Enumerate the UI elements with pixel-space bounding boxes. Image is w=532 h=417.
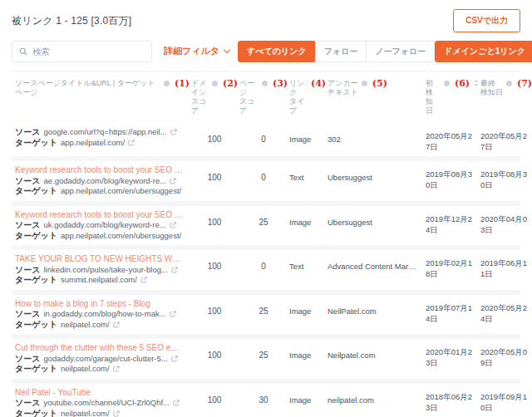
col-label: ドメイン スコア	[191, 79, 209, 115]
table-row: Neil Patel - YouTube ソース youtube.com/cha…	[12, 384, 520, 417]
source-page-title-link[interactable]: How to make a blog in 7 steps - Blog	[15, 299, 183, 310]
annotation-7: (7)	[517, 79, 532, 88]
target-url-link[interactable]: summit.neilpatel.com/	[61, 275, 137, 286]
domain-score-cell: 100	[191, 343, 238, 375]
source-page-title-link[interactable]: TAKE YOUR BLOG TO NEW HEIGHTS WITH THESE…	[15, 254, 183, 265]
page-score-cell: 0	[239, 127, 288, 152]
col-header-domain-score: ドメイン スコア (2)	[191, 79, 238, 115]
source-target-cell: TAKE YOUR BLOG TO NEW HEIGHTS WITH THESE…	[15, 254, 190, 286]
source-url-link[interactable]: godaddy.com/garage/cut-clutter-5...	[43, 354, 167, 365]
external-link-icon[interactable]	[140, 277, 147, 283]
col-label: 最終 検知日	[480, 79, 503, 97]
source-page-title-link[interactable]: Cut through the clutter with these 5 SEO…	[15, 343, 183, 354]
link-type-cell: Image	[289, 299, 326, 331]
source-url-link[interactable]: linkedin.com/pulse/take-your-blog...	[43, 265, 167, 276]
target-url-link[interactable]: neilpatel.com/	[61, 320, 110, 331]
first-detected-cell: 2020年01月23日	[426, 343, 479, 375]
target-label: ターゲット	[15, 364, 57, 375]
source-url-link[interactable]: youtube.com/channel/UCl-Zrl0Qhf...	[43, 398, 170, 409]
source-url-link[interactable]: uk.godaddy.com/blog/keyword-re...	[43, 220, 165, 231]
annotation-6: (6)	[455, 79, 470, 88]
external-link-icon[interactable]	[171, 267, 178, 273]
info-icon[interactable]	[212, 81, 218, 86]
source-target-cell: Keyword research tools to boost your SEO…	[15, 165, 190, 197]
filter-follow-button[interactable]: フォロー	[315, 41, 367, 62]
domain-score-cell: 100	[191, 127, 238, 152]
source-line: ソース google.com/url?q=https://app.neil...	[15, 127, 183, 138]
table-row: How to make a blog in 7 steps - Blog ソース…	[12, 295, 520, 340]
info-icon[interactable]	[444, 81, 450, 86]
anchor-text-cell: Neilpatel.com	[328, 343, 424, 375]
source-label: ソース	[15, 265, 40, 276]
anchor-text-cell: Advanced Content Marketing S...	[328, 254, 424, 286]
source-line: ソース linkedin.com/pulse/take-your-blog...…	[15, 265, 183, 276]
col-header-first-detected: 初 検知日 (6)	[426, 79, 479, 115]
link-type-cell: Text	[289, 165, 326, 197]
target-line: ターゲット neilpatel.com/	[15, 320, 183, 331]
external-link-icon[interactable]	[170, 311, 176, 317]
target-url-link[interactable]: app.neilpatel.com/en/ubersuggest/	[61, 186, 181, 197]
external-link-icon[interactable]	[170, 222, 176, 228]
info-icon[interactable]	[506, 81, 512, 86]
info-icon[interactable]	[262, 81, 268, 86]
last-detected-cell: 2020年05月24日	[480, 299, 532, 331]
source-line: ソース ae.godaddy.com/blog/keyword-re... NF	[15, 176, 183, 187]
info-icon[interactable]	[362, 81, 367, 86]
link-type-cell: Text	[289, 254, 326, 286]
target-label: ターゲット	[15, 186, 57, 197]
external-link-icon[interactable]	[170, 178, 176, 184]
domain-score-cell: 100	[191, 388, 238, 417]
first-detected-cell: 2019年07月14日	[426, 299, 479, 331]
first-detected-cell: 2019年08月30日	[426, 165, 479, 197]
external-link-icon[interactable]	[171, 356, 178, 362]
annotation-2: (2)	[223, 79, 238, 88]
search-input[interactable]	[32, 47, 145, 56]
source-target-cell: Cut through the clutter with these 5 SEO…	[15, 343, 190, 375]
filter-nofollow-button[interactable]: ノーフォロー	[366, 41, 435, 62]
page-score-cell: 0	[239, 165, 288, 197]
one-link-per-domain-button[interactable]: ドメインごと1リンク	[435, 41, 532, 62]
page-score-cell: 25	[239, 299, 288, 331]
source-page-title-link[interactable]: Keyword research tools to boost your SEO…	[15, 165, 183, 176]
source-label: ソース	[15, 309, 40, 320]
source-url-link[interactable]: in.godaddy.com/blog/how-to-mak...	[43, 309, 165, 320]
source-url-link[interactable]: ae.godaddy.com/blog/keyword-re...	[43, 176, 166, 187]
source-page-title-link[interactable]: Neil Patel - YouTube	[15, 388, 183, 399]
anchor-text-cell: neilpatel.com	[328, 388, 424, 417]
target-label: ターゲット	[15, 409, 57, 417]
filter-bar: 詳細フィルタ すべてのリンク フォロー ノーフォロー ドメインごと1リンク	[12, 40, 520, 62]
export-csv-button[interactable]: CSVで出力	[453, 9, 520, 32]
first-detected-cell: 2020年05月27日	[426, 127, 479, 152]
col-header-source-target: ソースページタイトル&URL | ターゲットページ (1)	[15, 79, 190, 115]
target-url-link[interactable]: neilpatel.com/	[61, 364, 110, 375]
page-score-cell: 25	[239, 210, 288, 242]
info-icon[interactable]	[164, 81, 170, 86]
external-link-icon[interactable]	[173, 400, 180, 406]
col-header-anchor-text: アンカー テキスト (5)	[328, 79, 424, 115]
target-url-link[interactable]: neilpatel.com/	[61, 409, 110, 417]
annotation-4: (4)	[311, 79, 326, 88]
external-link-icon[interactable]	[113, 410, 120, 417]
source-page-title-link[interactable]: Keyword research tools to boost your SEO…	[15, 210, 183, 221]
advanced-filter-toggle[interactable]: 詳細フィルタ	[164, 45, 229, 57]
source-label: ソース	[15, 398, 40, 409]
backlinks-table: ソースページタイトル&URL | ターゲットページ (1) ドメイン スコア (…	[12, 71, 520, 417]
external-link-icon[interactable]	[113, 321, 120, 328]
anchor-text-cell: 302	[328, 127, 424, 152]
link-type-cell: Image	[289, 210, 326, 242]
domain-score-cell: 100	[191, 299, 238, 331]
table-row: Cut through the clutter with these 5 SEO…	[12, 339, 520, 384]
filter-all-links-button[interactable]: すべてのリンク	[238, 41, 316, 62]
external-link-icon[interactable]	[113, 365, 120, 372]
target-url-link[interactable]: app.neilpatel.com/	[61, 138, 125, 149]
sort-icon[interactable]	[474, 80, 479, 86]
search-box[interactable]	[12, 41, 152, 62]
external-link-icon[interactable]	[128, 140, 135, 146]
table-row: Keyword research tools to boost your SEO…	[12, 161, 520, 206]
external-link-icon[interactable]	[170, 129, 177, 135]
source-line: ソース godaddy.com/garage/cut-clutter-5...	[15, 354, 183, 365]
target-line: ターゲット app.neilpatel.com/	[15, 138, 183, 149]
advanced-filter-label: 詳細フィルタ	[164, 45, 219, 57]
target-url-link[interactable]: app.neilpatel.com/en/ubersuggest/	[61, 231, 181, 242]
source-url-link[interactable]: google.com/url?q=https://app.neil...	[43, 127, 166, 138]
